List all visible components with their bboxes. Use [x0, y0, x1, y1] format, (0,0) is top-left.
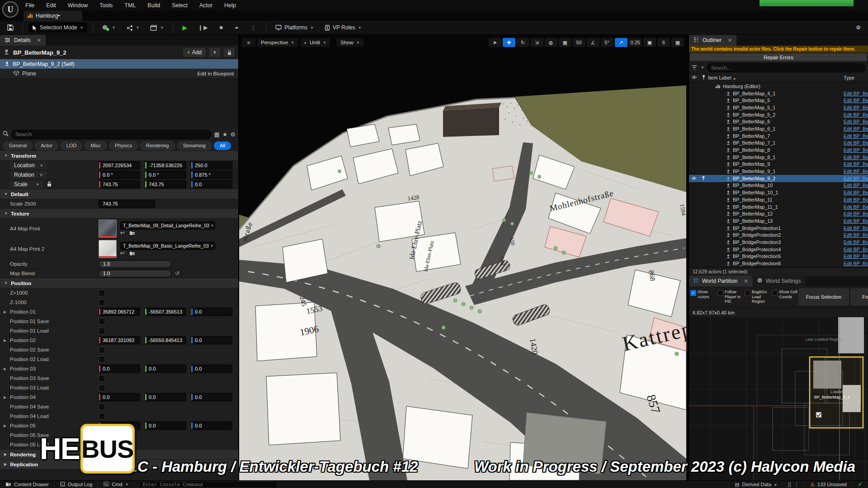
- outliner-row-bp_bettermap_5_2[interactable]: BP_BetterMap_5_2Edit BP_Bet: [689, 111, 868, 118]
- texture-thumbnail[interactable]: [99, 220, 117, 238]
- edit-blueprint-link[interactable]: Edit BP_Bri: [844, 247, 868, 252]
- view-options-dropdown[interactable]: ▼: [209, 48, 220, 57]
- close-icon[interactable]: ✕: [37, 38, 41, 43]
- edit-blueprint-link[interactable]: Edit BP_Bet: [844, 98, 868, 103]
- outliner-row-bp_bettermap_5[interactable]: BP_BetterMap_5Edit BP_Bet: [689, 97, 868, 104]
- map-blend-slider[interactable]: 1.0: [99, 270, 171, 277]
- cinematics-dropdown[interactable]: ▼: [146, 23, 167, 33]
- checkbox[interactable]: [745, 290, 750, 296]
- reset-icon[interactable]: ↺: [175, 270, 179, 277]
- checkbox[interactable]: [99, 290, 105, 296]
- lock-icon[interactable]: [224, 48, 235, 57]
- location-z-field[interactable]: 250.0: [191, 161, 232, 169]
- property-row-position-05-y-field[interactable]: 0.0: [145, 422, 186, 430]
- edit-blueprint-link[interactable]: Edit BP_Bri: [844, 225, 868, 231]
- checkbox[interactable]: [772, 290, 778, 296]
- outliner-row-bp_bettermap_11_1[interactable]: BP_BetterMap_11_1Edit BP_Bet: [689, 203, 868, 211]
- edit-blueprint-link[interactable]: Edit BP_Bet: [844, 218, 868, 224]
- edit-blueprint-link[interactable]: Edit BP_Bri: [844, 261, 868, 266]
- section-default[interactable]: ▼Default: [0, 189, 238, 199]
- scale-tool-icon[interactable]: ⇲: [531, 38, 543, 47]
- output-log-button[interactable]: Output Log: [55, 481, 98, 488]
- filter-chip-streaming[interactable]: Streaming: [177, 141, 212, 150]
- outliner-row-bp_bettermap_13[interactable]: BP_BetterMap_13Edit BP_Bet: [689, 217, 868, 225]
- revision-control-button[interactable]: ✓: [853, 481, 868, 488]
- viewport-menu-icon[interactable]: ≡: [242, 38, 255, 47]
- eject-button[interactable]: ⏶: [231, 23, 244, 33]
- menu-build[interactable]: Build: [147, 2, 160, 9]
- outliner-row-bp_bettermap_5_1[interactable]: BP_BetterMap_5_1Edit BP_Bet: [689, 104, 868, 111]
- rotation-z-field[interactable]: 0.875 °: [191, 171, 232, 179]
- outliner-row-bp_bettermap_9_1[interactable]: BP_BetterMap_9_1Edit BP_Bet: [689, 168, 868, 175]
- reset-icon[interactable]: ↺: [238, 394, 239, 400]
- tab-world-settings[interactable]: World Settings: [753, 276, 806, 286]
- settings-gear-icon[interactable]: ⚙: [852, 23, 864, 33]
- outliner-row-bp_bridgeprotection2[interactable]: BP_BridgeProtection2Edit BP_Bri: [689, 231, 868, 239]
- checkbox[interactable]: [99, 375, 105, 382]
- tab-outliner[interactable]: Outliner ✕: [689, 35, 736, 46]
- add-component-button[interactable]: +Add: [183, 48, 206, 57]
- menu-tools[interactable]: Tools: [99, 2, 113, 9]
- outliner-row-bp_bettermap_8[interactable]: BP_BetterMap_8Edit BP_Bet: [689, 146, 868, 154]
- reset-icon[interactable]: ↺: [238, 162, 239, 169]
- property-row-position-03-z-field[interactable]: 0.0: [191, 365, 232, 373]
- property-row-position-02-x-field[interactable]: 36187.331092: [99, 336, 140, 344]
- add-actor-dropdown[interactable]: ▼: [99, 23, 119, 33]
- expander-icon[interactable]: ▶: [4, 424, 10, 428]
- level-tab-hamburg[interactable]: Hamburg•: [24, 11, 82, 21]
- scale-snap-value[interactable]: 0.25: [629, 38, 642, 47]
- pin-column-icon[interactable]: [699, 75, 708, 81]
- menu-edit[interactable]: Edit: [46, 2, 56, 9]
- checkbox[interactable]: [99, 385, 105, 391]
- edit-blueprint-link[interactable]: Edit BP_Bet: [844, 161, 868, 167]
- menu-file[interactable]: File: [25, 2, 34, 9]
- world-partition-minimap[interactable]: Last Loaded Region Loaded Region BP_Bett…: [689, 317, 868, 480]
- outliner-row-bp_bettermap_6_1[interactable]: BP_BetterMap_6_1Edit BP_Bet: [689, 125, 868, 132]
- checkbox[interactable]: ✓: [690, 290, 696, 296]
- menu-tml[interactable]: TML: [124, 2, 136, 9]
- stop-button[interactable]: ■: [216, 23, 227, 33]
- checkbox[interactable]: [99, 356, 105, 363]
- location-x-field[interactable]: 2097.226534: [99, 161, 140, 169]
- scale-z-field[interactable]: 0.0: [191, 180, 232, 188]
- edit-blueprint-link[interactable]: Edit BP_Bet: [844, 126, 868, 131]
- location-dropdown[interactable]: Location ▼: [10, 162, 47, 169]
- filter-icon[interactable]: [692, 64, 698, 72]
- menu-help[interactable]: Help: [224, 2, 236, 9]
- save-button[interactable]: [4, 23, 17, 33]
- edit-blueprint-link[interactable]: Edit BP_Bet: [844, 197, 868, 202]
- checkbox[interactable]: [99, 299, 105, 306]
- scale-x-field[interactable]: 743.75: [99, 180, 140, 188]
- minimap-checkbox[interactable]: [816, 412, 821, 418]
- unsaved-changes-button[interactable]: ⚠ 133 Unsaved: [805, 481, 853, 488]
- property-row-position-03-y-field[interactable]: 0.0: [145, 365, 186, 373]
- outliner-row-level[interactable]: Hamburg (Editor): [689, 83, 868, 90]
- pin-icon[interactable]: [699, 176, 708, 181]
- texture-asset-dropdown[interactable]: T_BetterMap_09_Basic_LangeReihe_03 ▼: [120, 242, 215, 250]
- console-command-input[interactable]: [139, 481, 278, 488]
- close-icon[interactable]: ✕: [728, 38, 732, 43]
- scale-2500-field[interactable]: 743.75: [99, 200, 155, 208]
- camera-speed-icon[interactable]: ▣: [643, 38, 656, 47]
- filter-chip-general[interactable]: General: [3, 141, 33, 150]
- outliner-row-bp_bettermap_7_1[interactable]: BP_BetterMap_7_1Edit BP_Bet: [689, 140, 868, 147]
- edit-blueprint-link[interactable]: Edit BP_Bet: [844, 176, 868, 181]
- show-flags-dropdown[interactable]: Show▼: [337, 38, 363, 47]
- section-position[interactable]: ▼Position: [0, 278, 238, 288]
- outliner-search-input[interactable]: [707, 63, 865, 72]
- maximize-viewport-icon[interactable]: ▦: [671, 38, 684, 47]
- scale-dropdown[interactable]: Scale ▼: [10, 181, 43, 188]
- use-selected-icon[interactable]: ↩: [120, 230, 125, 236]
- use-selected-icon[interactable]: ↩: [120, 251, 125, 256]
- edit-blueprint-link[interactable]: Edit BP_Bri: [844, 232, 868, 238]
- property-row-position-04-x-field[interactable]: 0.0: [99, 393, 140, 401]
- scale-y-field[interactable]: 743.75: [145, 180, 186, 188]
- edit-blueprint-link[interactable]: Edit BP_Bri: [844, 253, 868, 259]
- edit-blueprint-link[interactable]: Edit BP_Bet: [844, 169, 868, 174]
- reset-icon[interactable]: ↺: [238, 337, 239, 343]
- browse-to-asset-icon[interactable]: [129, 251, 135, 256]
- outliner-row-bp_bridgeprotection6[interactable]: BP_BridgeProtection6Edit BP_Bri: [689, 260, 868, 267]
- edit-blueprint-link[interactable]: Edit BP_Bet: [844, 204, 868, 210]
- rotation-snap-value[interactable]: 5°: [601, 38, 613, 47]
- menu-window[interactable]: Window: [68, 2, 88, 9]
